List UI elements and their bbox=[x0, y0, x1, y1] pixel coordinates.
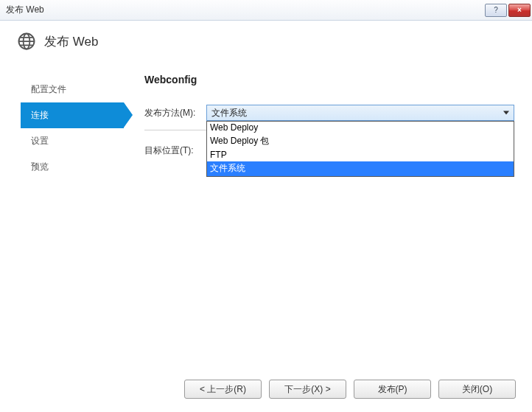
prev-button[interactable]: < 上一步(R) bbox=[184, 380, 262, 399]
window-title: 发布 Web bbox=[6, 4, 485, 16]
sidebar-item-label: 预览 bbox=[31, 161, 49, 172]
publish-method-row: 发布方法(M): 文件系统 Web Deploy Web Deploy 包 FT… bbox=[144, 105, 514, 121]
dropdown-option-ftp[interactable]: FTP bbox=[207, 149, 514, 161]
dialog-header: 发布 Web bbox=[0, 21, 532, 59]
publish-method-dropdown: Web Deploy Web Deploy 包 FTP 文件系统 bbox=[206, 121, 514, 177]
target-location-label: 目标位置(T): bbox=[144, 144, 206, 157]
dropdown-option-web-deploy-package[interactable]: Web Deploy 包 bbox=[207, 134, 514, 149]
publish-button[interactable]: 发布(P) bbox=[354, 380, 431, 399]
window-buttons: ? × bbox=[485, 4, 531, 17]
dropdown-option-web-deploy[interactable]: Web Deploy bbox=[207, 122, 514, 134]
section-title: Webconfig bbox=[144, 74, 514, 85]
button-label: 下一步(X) > bbox=[284, 383, 330, 396]
next-button[interactable]: 下一步(X) > bbox=[269, 380, 346, 399]
titlebar: 发布 Web ? × bbox=[0, 0, 532, 21]
publish-method-combobox[interactable]: 文件系统 Web Deploy Web Deploy 包 FTP 文件系统 bbox=[206, 105, 514, 121]
dialog-title: 发布 Web bbox=[44, 33, 98, 50]
publish-method-label: 发布方法(M): bbox=[144, 107, 206, 119]
dropdown-option-label: 文件系统 bbox=[210, 163, 245, 173]
sidebar-item-label: 设置 bbox=[31, 136, 49, 146]
close-icon: × bbox=[517, 6, 522, 14]
dropdown-option-label: Web Deploy bbox=[210, 122, 258, 133]
footer-buttons: < 上一步(R) 下一步(X) > 发布(P) 关闭(O) bbox=[184, 380, 516, 399]
publish-method-selected: 文件系统 bbox=[211, 107, 247, 119]
button-label: 发布(P) bbox=[378, 383, 407, 396]
content: 配置文件 连接 设置 预览 Webconfig 发布方法(M): 文件系统 We… bbox=[0, 59, 532, 180]
sidebar-item-label: 配置文件 bbox=[31, 84, 66, 94]
sidebar-item-settings[interactable]: 设置 bbox=[21, 128, 124, 154]
sidebar-item-connection[interactable]: 连接 bbox=[21, 102, 124, 128]
dropdown-option-file-system[interactable]: 文件系统 bbox=[207, 161, 514, 176]
sidebar: 配置文件 连接 设置 预览 bbox=[21, 74, 124, 180]
main-panel: Webconfig 发布方法(M): 文件系统 Web Deploy Web D… bbox=[144, 74, 514, 180]
dropdown-option-label: Web Deploy 包 bbox=[210, 136, 269, 146]
button-label: 关闭(O) bbox=[462, 383, 492, 396]
dropdown-option-label: FTP bbox=[210, 150, 227, 160]
close-footer-button[interactable]: 关闭(O) bbox=[438, 380, 516, 399]
button-label: < 上一步(R) bbox=[200, 383, 246, 396]
help-icon: ? bbox=[494, 6, 498, 14]
sidebar-item-profile[interactable]: 配置文件 bbox=[21, 77, 124, 102]
close-button[interactable]: × bbox=[508, 4, 531, 17]
sidebar-item-preview[interactable]: 预览 bbox=[21, 154, 124, 180]
help-button[interactable]: ? bbox=[485, 4, 507, 17]
sidebar-item-label: 连接 bbox=[31, 110, 49, 120]
globe-icon bbox=[16, 31, 37, 52]
